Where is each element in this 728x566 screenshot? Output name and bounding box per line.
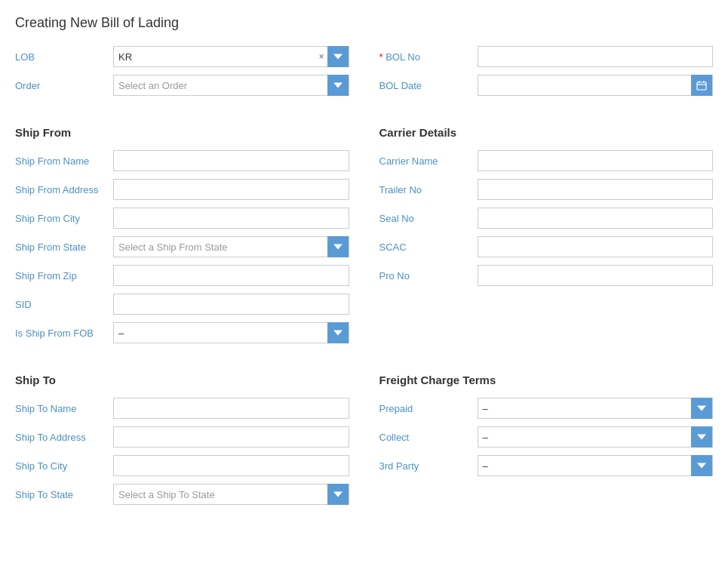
lob-clear-icon[interactable]: × [315,51,327,62]
collect-value: – [478,430,692,444]
scac-label: SCAC [379,241,478,253]
ship-to-state-dropdown-button[interactable] [327,484,349,505]
ship-from-fob-dropdown-button[interactable] [327,322,349,343]
chevron-down-icon [697,404,706,413]
calendar-button[interactable] [691,75,712,96]
svg-marker-0 [333,54,342,59]
bol-date-input[interactable] [478,75,692,95]
ship-from-address-label: Ship From Address [15,184,113,195]
lob-select[interactable]: KR × [113,46,349,67]
third-party-select[interactable]: – [478,455,714,476]
ship-from-fob-label: Is Ship From FOB [15,328,113,339]
order-select[interactable]: Select an Order [113,75,349,96]
ship-from-zip-input[interactable] [113,265,349,286]
collect-select[interactable]: – [478,426,714,448]
seal-no-input[interactable] [478,208,714,229]
bol-no-label: * BOL No [379,51,478,63]
ship-to-city-label: Ship To City [15,460,113,472]
scac-input[interactable] [478,236,714,257]
lob-dropdown-button[interactable] [327,46,349,67]
ship-to-address-label: Ship To Address [15,432,113,443]
ship-to-state-label: Ship To State [15,489,113,500]
svg-marker-11 [697,463,706,468]
ship-to-title: Ship To [15,374,349,386]
prepaid-value: – [478,401,692,416]
ship-from-state-select[interactable]: Select a Ship From State [113,236,349,257]
prepaid-dropdown-button[interactable] [691,398,712,419]
collect-label: Collect [379,432,478,443]
ship-to-city-input[interactable] [113,455,349,476]
svg-marker-8 [333,491,342,497]
svg-marker-1 [333,82,342,88]
ship-to-address-input[interactable] [113,426,349,448]
ship-from-address-input[interactable] [113,179,349,200]
prepaid-select[interactable]: – [478,398,714,419]
sid-input[interactable] [113,294,349,315]
bol-date-label: BOL Date [379,80,478,91]
third-party-label: 3rd Party [379,460,478,472]
ship-from-name-label: Ship From Name [15,155,113,167]
svg-marker-9 [697,405,706,411]
carrier-details-title: Carrier Details [379,126,714,139]
freight-charge-terms-title: Freight Charge Terms [379,374,714,386]
third-party-value: – [478,459,692,473]
chevron-down-icon [697,432,706,441]
ship-from-city-input[interactable] [113,208,349,229]
carrier-name-input[interactable] [478,150,714,171]
svg-marker-10 [697,434,706,439]
lob-value: KR [114,50,315,64]
svg-marker-6 [333,244,342,249]
chevron-down-icon [333,81,342,90]
trailer-no-label: Trailer No [379,184,478,195]
svg-rect-2 [697,82,706,90]
chevron-down-icon [333,52,342,61]
ship-from-fob-select[interactable]: – [113,322,349,343]
ship-to-name-label: Ship To Name [15,403,113,414]
order-label: Order [15,80,113,91]
third-party-dropdown-button[interactable] [691,455,712,476]
bol-no-input[interactable] [478,46,714,67]
seal-no-label: Seal No [379,213,478,224]
ship-to-state-placeholder: Select a Ship To State [114,488,327,502]
calendar-icon [696,80,707,91]
ship-from-city-label: Ship From City [15,213,113,224]
pro-no-input[interactable] [478,265,714,286]
chevron-down-icon [333,242,342,251]
ship-from-name-input[interactable] [113,150,349,171]
ship-from-title: Ship From [15,126,349,139]
order-placeholder: Select an Order [114,78,327,93]
ship-from-zip-label: Ship From Zip [15,270,113,281]
ship-to-state-select[interactable]: Select a Ship To State [113,484,349,505]
ship-from-state-placeholder: Select a Ship From State [114,240,327,254]
collect-dropdown-button[interactable] [691,426,712,448]
trailer-no-input[interactable] [478,179,714,200]
carrier-name-label: Carrier Name [379,155,478,167]
ship-from-state-label: Ship From State [15,241,113,253]
ship-from-state-dropdown-button[interactable] [327,236,349,257]
chevron-down-icon [697,461,706,470]
prepaid-label: Prepaid [379,403,478,414]
order-dropdown-button[interactable] [327,75,349,96]
ship-to-name-input[interactable] [113,398,349,419]
pro-no-label: Pro No [379,270,478,281]
svg-marker-7 [333,330,342,335]
lob-label: LOB [15,51,113,63]
chevron-down-icon [333,328,342,337]
page-title: Creating New Bill of Lading [15,15,713,31]
chevron-down-icon [333,490,342,499]
sid-label: SID [15,299,113,310]
ship-from-fob-value: – [114,326,327,340]
